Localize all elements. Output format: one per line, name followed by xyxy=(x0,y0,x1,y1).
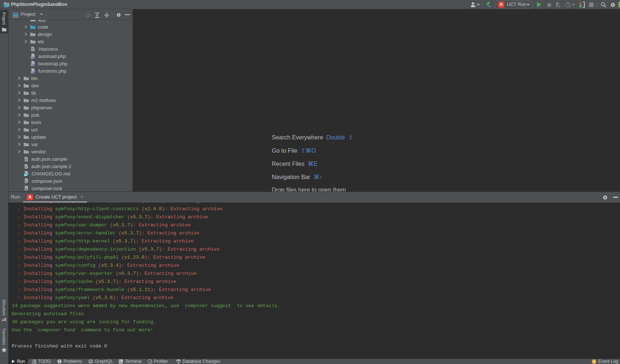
svg-text:{}: {} xyxy=(25,188,27,191)
svg-text:{}: {} xyxy=(25,181,27,183)
svg-text:MD: MD xyxy=(24,174,28,176)
svg-text:1: 1 xyxy=(593,360,595,363)
svg-text:PHP: PHP xyxy=(30,71,35,73)
svg-text:PHP: PHP xyxy=(30,64,35,66)
svg-text:PHP: PHP xyxy=(30,57,35,59)
